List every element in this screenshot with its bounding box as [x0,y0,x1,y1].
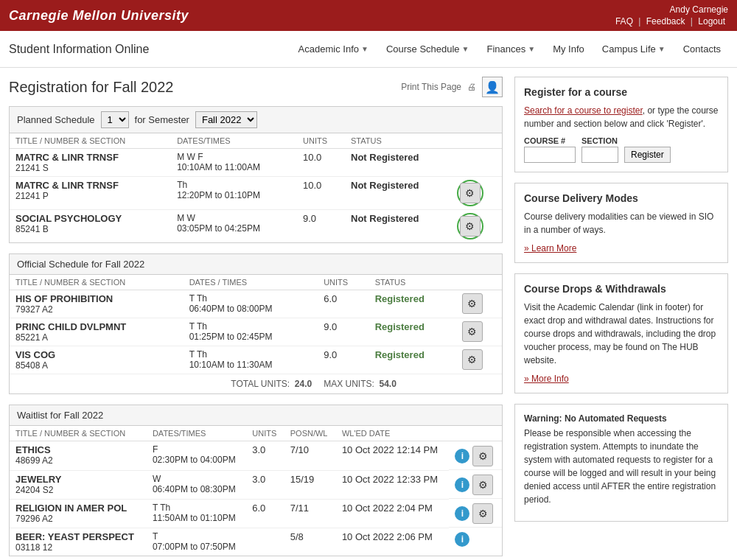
warning-title: Warning: No Automated Requests [524,413,719,424]
course-number: 85221 A [15,332,178,343]
planned-schedule-label: Planned Schedule [17,114,95,125]
col-dates: DATES / TIMES [184,275,318,290]
official-schedule-label: Official Schedule for Fall 2022 [17,259,144,270]
col-status: STATUS [369,275,456,290]
course-dates-cell: T Th 10:10AM to 11:30AM [184,346,318,374]
waitlist-course-row: RELIGION IN AMER POL 79296 A2 T Th 11:50… [10,499,502,528]
col-title: TITLE / NUMBER & SECTION [10,133,171,149]
nav-finances[interactable]: Finances ▼ [480,39,543,59]
info-button[interactable]: i [455,449,469,463]
print-icon: 🖨 [467,82,476,92]
waitlist-label: Waitlist for Fall 2022 [17,410,103,421]
course-units-cell: 10.0 [297,149,345,177]
logout-link[interactable]: Logout [698,16,725,27]
course-days: M W F [177,152,291,162]
official-schedule-table: TITLE / NUMBER & SECTION DATES / TIMES U… [10,275,502,393]
col-action [449,426,502,441]
status-badge: Registered [375,321,425,332]
gear-button[interactable]: ⚙ [462,321,483,342]
info-button[interactable]: i [455,477,469,492]
section-input[interactable] [581,147,618,163]
drops-text: Visit the Academic Calendar (link in foo… [524,301,719,367]
course-time: 06:40PM to 08:30PM [153,484,240,494]
register-button[interactable]: Register [624,147,671,163]
left-panel: Registration for Fall 2022 Print This Pa… [9,77,503,560]
gear-button[interactable]: ⚙ [460,216,481,237]
print-button[interactable]: 👤 [482,77,503,97]
course-action-cell: i [449,528,502,556]
course-units-cell: 9.0 [318,346,368,374]
chevron-down-icon: ▼ [528,45,535,53]
course-time: 10:10AM to 11:30AM [189,360,312,370]
delivery-text: Course delivery modalities can be viewed… [524,210,719,237]
semester-select[interactable]: Fall 2022 [195,111,257,128]
official-schedule-section: Official Schedule for Fall 2022 TITLE / … [9,253,503,394]
course-action-cell: i ⚙ [449,499,502,528]
nav-contacts[interactable]: Contacts [676,39,728,59]
course-number: 79327 A2 [15,304,178,315]
course-num-input[interactable] [524,147,576,163]
course-units-cell: 10.0 [297,177,345,210]
info-button[interactable]: i [455,532,469,547]
section-field: SECTION [581,136,618,163]
waitlist-course-row: BEER: YEAST PERSPECT 03118 12 T 07:00PM … [10,528,502,556]
course-time: 01:25PM to 02:45PM [189,332,312,342]
course-number: 21241 S [15,163,165,173]
col-action [456,275,502,290]
course-dates-cell: M W F 10:10AM to 11:00AM [171,149,297,177]
course-status-cell: Not Registered [345,210,451,243]
nav-course-schedule[interactable]: Course Schedule ▼ [379,39,477,59]
register-box: Register for a course Search for a cours… [514,77,728,172]
top-nav-links: FAQ | Feedback | Logout [612,16,728,27]
chevron-down-icon: ▼ [361,45,368,53]
planned-course-row: SOCIAL PSYCHOLOGY 85241 B M W 03:05PM to… [10,210,502,243]
site-logo: Carnegie Mellon University [9,8,189,24]
gear-button[interactable]: ⚙ [462,349,483,370]
feedback-link[interactable]: Feedback [646,16,685,27]
course-date-cell: 10 Oct 2022 2:06 PM [336,528,450,556]
more-info-link[interactable]: » More Info [524,374,569,384]
gear-button[interactable]: ⚙ [462,293,483,314]
course-action-cell: ⚙ [451,210,502,243]
planned-schedule-section: Planned Schedule 1 2 for Semester Fall 2… [9,106,503,243]
course-title: RELIGION IN AMER POL [15,503,141,514]
gear-button[interactable]: ⚙ [472,475,493,495]
search-register-link[interactable]: Search for a course to register [524,105,643,116]
gear-button[interactable]: ⚙ [472,503,493,524]
nav-campus-life[interactable]: Campus Life ▼ [595,39,673,59]
course-title-cell: ETHICS 48699 A2 [10,441,147,471]
nav-academic-info[interactable]: Academic Info ▼ [291,39,376,59]
course-action-cell: ⚙ [456,346,502,374]
col-status: STATUS [345,133,451,149]
course-num-label: COURSE # [524,136,576,145]
course-units-cell: 9.0 [297,210,345,243]
gear-button[interactable]: ⚙ [460,183,481,203]
course-dates-cell: M W 03:05PM to 04:25PM [171,210,297,243]
course-status-cell: Registered [369,318,456,346]
course-units-cell: 6.0 [318,290,368,318]
faq-link[interactable]: FAQ [615,16,633,27]
course-title-cell: RELIGION IN AMER POL 79296 A2 [10,499,147,528]
person-icon: 👤 [485,80,500,94]
drops-box: Course Drops & Withdrawals Visit the Aca… [514,273,728,393]
learn-more-link[interactable]: » Learn More [524,243,576,253]
register-description: Search for a course to register, or type… [524,104,719,130]
waitlist-section: Waitlist for Fall 2022 TITLE / NUMBER & … [9,405,503,556]
course-title: HIS OF PROHIBITION [15,293,178,304]
planned-course-row: MATRC & LINR TRNSF 21241 S M W F 10:10AM… [10,149,502,177]
nav-my-info[interactable]: My Info [545,39,592,59]
planned-schedule-table: TITLE / NUMBER & SECTION DATES/TIMES UNI… [10,133,502,242]
course-days: F [153,444,240,455]
planned-course-row: MATRC & LINR TRNSF 21241 P Th 12:20PM to… [10,177,502,210]
course-date-cell: 10 Oct 2022 2:04 PM [336,499,450,528]
course-days: T Th [189,293,312,304]
course-days: T Th [189,349,312,360]
info-button[interactable]: i [455,506,469,521]
course-posn-cell: 7/10 [284,441,336,471]
schedule-num-select[interactable]: 1 2 [101,111,129,128]
main-content: Registration for Fall 2022 Print This Pa… [0,68,737,560]
course-posn-cell: 7/11 [284,499,336,528]
course-action-cell: ⚙ [456,318,502,346]
gear-button[interactable]: ⚙ [472,446,493,466]
course-units-cell [246,528,284,556]
